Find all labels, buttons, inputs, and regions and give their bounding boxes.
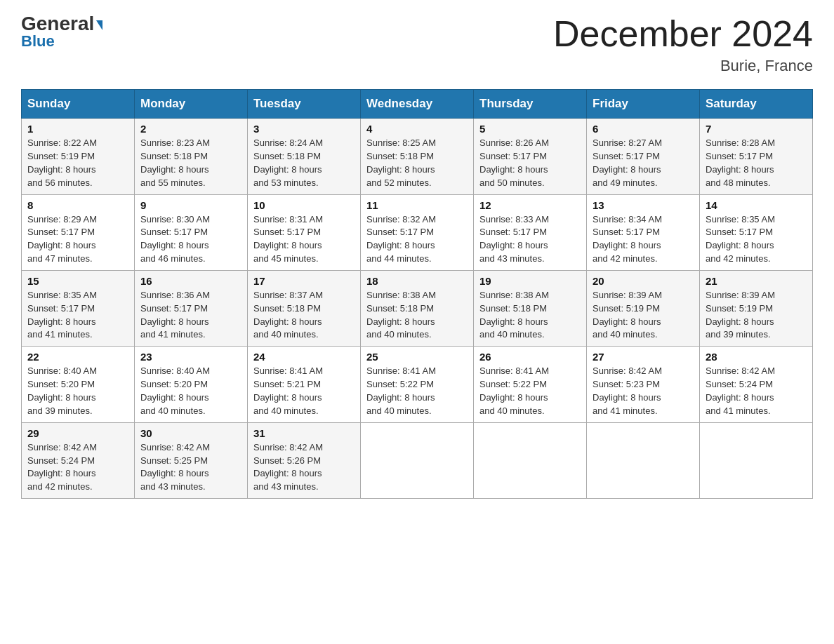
table-row: 16Sunrise: 8:36 AMSunset: 5:17 PMDayligh…: [135, 270, 248, 346]
day-number: 19: [479, 275, 581, 287]
cell-info: Sunrise: 8:38 AMSunset: 5:18 PMDaylight:…: [366, 289, 468, 342]
day-number: 13: [593, 199, 694, 211]
table-row: 10Sunrise: 8:31 AMSunset: 5:17 PMDayligh…: [248, 194, 361, 270]
day-number: 4: [366, 123, 468, 135]
day-number: 12: [479, 199, 581, 211]
col-sunday: Sunday: [22, 90, 135, 119]
table-row: 4Sunrise: 8:25 AMSunset: 5:18 PMDaylight…: [361, 119, 474, 194]
table-row: [361, 422, 474, 498]
table-row: 28Sunrise: 8:42 AMSunset: 5:24 PMDayligh…: [700, 347, 813, 422]
table-row: 7Sunrise: 8:28 AMSunset: 5:17 PMDaylight…: [700, 119, 813, 194]
cell-info: Sunrise: 8:34 AMSunset: 5:17 PMDaylight:…: [593, 213, 694, 266]
day-number: 27: [593, 351, 694, 363]
day-number: 29: [27, 427, 128, 439]
day-number: 2: [140, 123, 241, 135]
table-row: 12Sunrise: 8:33 AMSunset: 5:17 PMDayligh…: [474, 194, 587, 270]
cell-info: Sunrise: 8:26 AMSunset: 5:17 PMDaylight:…: [479, 137, 581, 189]
table-row: 18Sunrise: 8:38 AMSunset: 5:18 PMDayligh…: [361, 270, 474, 346]
table-row: 19Sunrise: 8:38 AMSunset: 5:18 PMDayligh…: [474, 270, 587, 346]
cell-info: Sunrise: 8:41 AMSunset: 5:21 PMDaylight:…: [253, 365, 355, 417]
table-row: 2Sunrise: 8:23 AMSunset: 5:18 PMDaylight…: [135, 119, 248, 194]
cell-info: Sunrise: 8:40 AMSunset: 5:20 PMDaylight:…: [140, 365, 241, 417]
day-number: 18: [366, 275, 468, 287]
cell-info: Sunrise: 8:31 AMSunset: 5:17 PMDaylight:…: [253, 213, 355, 266]
calendar-header-row: Sunday Monday Tuesday Wednesday Thursday…: [22, 90, 813, 119]
day-number: 9: [140, 199, 241, 211]
table-row: 31Sunrise: 8:42 AMSunset: 5:26 PMDayligh…: [248, 422, 361, 498]
day-number: 15: [27, 275, 128, 287]
calendar-week-row: 1Sunrise: 8:22 AMSunset: 5:19 PMDaylight…: [22, 119, 813, 194]
table-row: 15Sunrise: 8:35 AMSunset: 5:17 PMDayligh…: [22, 270, 135, 346]
table-row: 27Sunrise: 8:42 AMSunset: 5:23 PMDayligh…: [587, 347, 700, 422]
day-number: 28: [706, 351, 807, 363]
col-tuesday: Tuesday: [248, 90, 361, 119]
month-title: December 2024: [553, 14, 813, 54]
calendar-week-row: 22Sunrise: 8:40 AMSunset: 5:20 PMDayligh…: [22, 347, 813, 422]
table-row: 13Sunrise: 8:34 AMSunset: 5:17 PMDayligh…: [587, 194, 700, 270]
location: Burie, France: [553, 57, 813, 75]
day-number: 3: [253, 123, 355, 135]
logo-blue-text: Blue: [21, 32, 55, 51]
table-row: 1Sunrise: 8:22 AMSunset: 5:19 PMDaylight…: [22, 119, 135, 194]
cell-info: Sunrise: 8:38 AMSunset: 5:18 PMDaylight:…: [479, 289, 581, 342]
day-number: 24: [253, 351, 355, 363]
table-row: 9Sunrise: 8:30 AMSunset: 5:17 PMDaylight…: [135, 194, 248, 270]
logo-general: General: [21, 14, 102, 34]
cell-info: Sunrise: 8:42 AMSunset: 5:24 PMDaylight:…: [706, 365, 807, 417]
table-row: 22Sunrise: 8:40 AMSunset: 5:20 PMDayligh…: [22, 347, 135, 422]
table-row: 23Sunrise: 8:40 AMSunset: 5:20 PMDayligh…: [135, 347, 248, 422]
cell-info: Sunrise: 8:37 AMSunset: 5:18 PMDaylight:…: [253, 289, 355, 342]
table-row: 21Sunrise: 8:39 AMSunset: 5:19 PMDayligh…: [700, 270, 813, 346]
day-number: 14: [706, 199, 807, 211]
cell-info: Sunrise: 8:33 AMSunset: 5:17 PMDaylight:…: [479, 213, 581, 266]
cell-info: Sunrise: 8:40 AMSunset: 5:20 PMDaylight:…: [27, 365, 128, 417]
cell-info: Sunrise: 8:35 AMSunset: 5:17 PMDaylight:…: [706, 213, 807, 266]
calendar-week-row: 8Sunrise: 8:29 AMSunset: 5:17 PMDaylight…: [22, 194, 813, 270]
day-number: 21: [706, 275, 807, 287]
calendar-week-row: 15Sunrise: 8:35 AMSunset: 5:17 PMDayligh…: [22, 270, 813, 346]
cell-info: Sunrise: 8:42 AMSunset: 5:26 PMDaylight:…: [253, 441, 355, 494]
table-row: 29Sunrise: 8:42 AMSunset: 5:24 PMDayligh…: [22, 422, 135, 498]
day-number: 20: [593, 275, 694, 287]
day-number: 23: [140, 351, 241, 363]
col-wednesday: Wednesday: [361, 90, 474, 119]
table-row: [587, 422, 700, 498]
table-row: 3Sunrise: 8:24 AMSunset: 5:18 PMDaylight…: [248, 119, 361, 194]
table-row: 24Sunrise: 8:41 AMSunset: 5:21 PMDayligh…: [248, 347, 361, 422]
cell-info: Sunrise: 8:36 AMSunset: 5:17 PMDaylight:…: [140, 289, 241, 342]
day-number: 17: [253, 275, 355, 287]
table-row: 14Sunrise: 8:35 AMSunset: 5:17 PMDayligh…: [700, 194, 813, 270]
cell-info: Sunrise: 8:29 AMSunset: 5:17 PMDaylight:…: [27, 213, 128, 266]
cell-info: Sunrise: 8:39 AMSunset: 5:19 PMDaylight:…: [706, 289, 807, 342]
cell-info: Sunrise: 8:35 AMSunset: 5:17 PMDaylight:…: [27, 289, 128, 342]
table-row: 17Sunrise: 8:37 AMSunset: 5:18 PMDayligh…: [248, 270, 361, 346]
cell-info: Sunrise: 8:41 AMSunset: 5:22 PMDaylight:…: [479, 365, 581, 417]
day-number: 25: [366, 351, 468, 363]
calendar-week-row: 29Sunrise: 8:42 AMSunset: 5:24 PMDayligh…: [22, 422, 813, 498]
table-row: [700, 422, 813, 498]
table-row: 5Sunrise: 8:26 AMSunset: 5:17 PMDaylight…: [474, 119, 587, 194]
title-block: December 2024 Burie, France: [553, 14, 813, 75]
cell-info: Sunrise: 8:32 AMSunset: 5:17 PMDaylight:…: [366, 213, 468, 266]
day-number: 22: [27, 351, 128, 363]
cell-info: Sunrise: 8:28 AMSunset: 5:17 PMDaylight:…: [706, 137, 807, 189]
table-row: 11Sunrise: 8:32 AMSunset: 5:17 PMDayligh…: [361, 194, 474, 270]
cell-info: Sunrise: 8:22 AMSunset: 5:19 PMDaylight:…: [27, 137, 128, 189]
cell-info: Sunrise: 8:42 AMSunset: 5:25 PMDaylight:…: [140, 441, 241, 494]
day-number: 10: [253, 199, 355, 211]
cell-info: Sunrise: 8:42 AMSunset: 5:23 PMDaylight:…: [593, 365, 694, 417]
table-row: 8Sunrise: 8:29 AMSunset: 5:17 PMDaylight…: [22, 194, 135, 270]
cell-info: Sunrise: 8:42 AMSunset: 5:24 PMDaylight:…: [27, 441, 128, 494]
col-monday: Monday: [135, 90, 248, 119]
table-row: 6Sunrise: 8:27 AMSunset: 5:17 PMDaylight…: [587, 119, 700, 194]
table-row: 20Sunrise: 8:39 AMSunset: 5:19 PMDayligh…: [587, 270, 700, 346]
cell-info: Sunrise: 8:24 AMSunset: 5:18 PMDaylight:…: [253, 137, 355, 189]
logo: General Blue: [21, 14, 102, 51]
day-number: 6: [593, 123, 694, 135]
day-number: 8: [27, 199, 128, 211]
table-row: 30Sunrise: 8:42 AMSunset: 5:25 PMDayligh…: [135, 422, 248, 498]
cell-info: Sunrise: 8:30 AMSunset: 5:17 PMDaylight:…: [140, 213, 241, 266]
table-row: 25Sunrise: 8:41 AMSunset: 5:22 PMDayligh…: [361, 347, 474, 422]
day-number: 1: [27, 123, 128, 135]
calendar-table: Sunday Monday Tuesday Wednesday Thursday…: [21, 89, 813, 499]
